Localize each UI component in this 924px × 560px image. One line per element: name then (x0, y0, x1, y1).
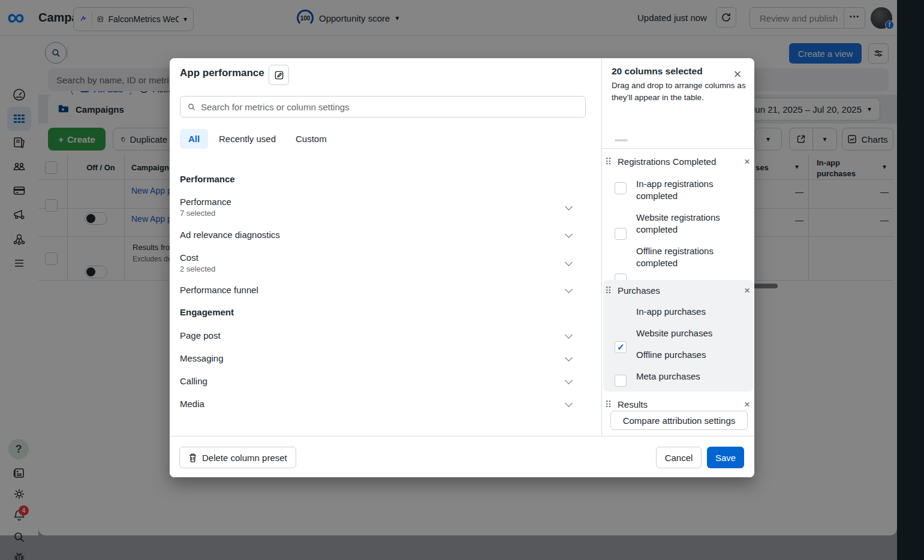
category-page-post[interactable]: Page post (180, 330, 576, 341)
search-icon (187, 103, 196, 112)
column-group-registrations-completed[interactable]: ⠿ Registrations Completed × (605, 156, 753, 169)
checkbox-label[interactable]: In-app purchases (636, 306, 706, 318)
section-heading-engagement: Engagement (180, 307, 234, 317)
checkbox-label[interactable]: Website registrations completed (636, 212, 738, 236)
category-cost[interactable]: Cost 2 selected (180, 252, 576, 273)
drag-handle-icon[interactable]: ⠿ (605, 156, 612, 167)
category-performance-funnel[interactable]: Performance funnel (180, 285, 576, 295)
column-settings-modal: App performance × Search for metrics or … (170, 58, 754, 477)
divider (602, 148, 754, 149)
selected-columns-panel: 20 columns selected Drag and drop to arr… (601, 58, 754, 436)
checkbox-website-registrations[interactable] (615, 228, 627, 240)
column-group-purchases[interactable]: ⠿ Purchases × (605, 285, 753, 298)
edit-pencil-icon (274, 70, 284, 80)
scrolled-item-stub (615, 139, 628, 141)
category-performance[interactable]: Performance 7 selected (180, 197, 576, 218)
search-placeholder: Search for metrics or column settings (201, 102, 350, 112)
checkbox-label[interactable]: Offline purchases (636, 349, 706, 361)
panel-sticky-footer: Compare attribution settings (603, 408, 754, 436)
checkbox-in-app-registrations[interactable] (615, 182, 627, 194)
drag-handle-icon[interactable]: ⠿ (605, 285, 612, 296)
checkbox-label[interactable]: Meta purchases (636, 371, 700, 383)
modal-footer: Delete column preset Cancel Save (170, 436, 754, 477)
category-media[interactable]: Media (180, 399, 576, 409)
checkbox-in-app-purchases[interactable] (615, 341, 627, 353)
checkbox-website-purchases[interactable] (615, 375, 627, 387)
tab-all[interactable]: All (180, 129, 208, 149)
remove-group-icon[interactable]: × (744, 156, 750, 168)
remove-group-icon[interactable]: × (744, 285, 750, 297)
columns-panel-description: Drag and drop to arrange columns as they… (612, 80, 748, 103)
category-calling[interactable]: Calling (180, 376, 576, 386)
cancel-button[interactable]: Cancel (656, 447, 702, 468)
section-heading-performance: Performance (180, 174, 235, 184)
modal-title: App performance (180, 67, 264, 79)
checkbox-label[interactable]: Offline registrations completed (636, 245, 738, 269)
save-button[interactable]: Save (707, 447, 744, 468)
delete-column-preset-button[interactable]: Delete column preset (179, 447, 296, 468)
checkbox-label[interactable]: Website purchases (636, 327, 712, 339)
category-messaging[interactable]: Messaging (180, 353, 576, 363)
tab-custom[interactable]: Custom (287, 129, 335, 149)
metric-search-input[interactable]: Search for metrics or column settings (180, 96, 586, 118)
compare-attribution-settings-button[interactable]: Compare attribution settings (610, 411, 748, 430)
tab-recently-used[interactable]: Recently used (210, 129, 284, 149)
columns-selected-heading: 20 columns selected (612, 66, 703, 77)
ads-manager-app: ∞ Campaigns FalconMetrics WeComme… 100 O… (0, 0, 924, 560)
edit-preset-name-button[interactable] (269, 65, 289, 85)
checkbox-label[interactable]: In-app registrations completed (636, 178, 738, 202)
trash-icon (188, 453, 197, 462)
category-ad-relevance-diagnostics[interactable]: Ad relevance diagnostics (180, 230, 576, 240)
